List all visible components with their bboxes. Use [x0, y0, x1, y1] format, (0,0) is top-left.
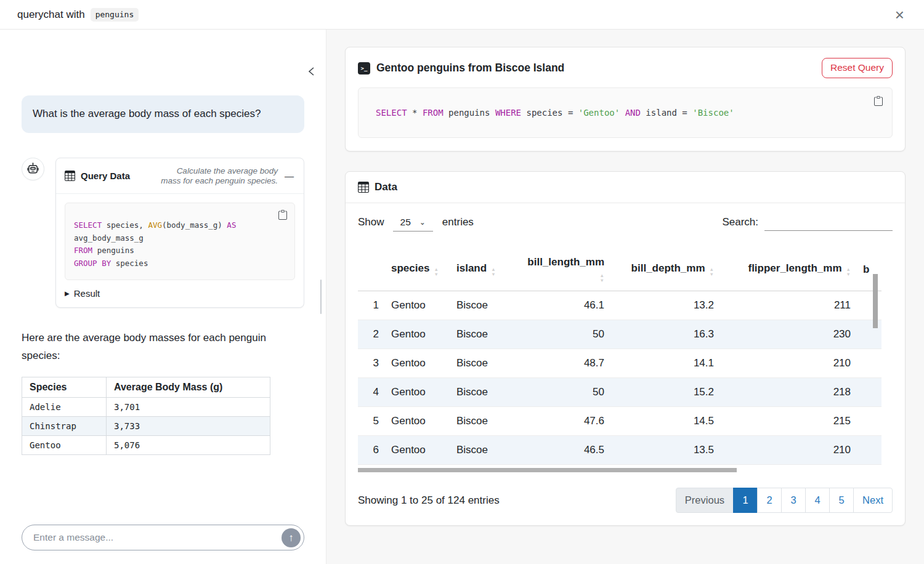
answer-table-body: Adelie3,701Chinstrap3,733Gentoo5,076 — [22, 398, 270, 455]
dataset-chip: penguins — [91, 8, 139, 22]
main-panel: >_ Gentoo penguins from Biscoe Island Re… — [326, 30, 924, 564]
page-previous[interactable]: Previous — [676, 488, 734, 513]
table-footer: Showing 1 to 25 of 124 entries Previous1… — [358, 488, 893, 513]
table-icon — [65, 171, 75, 181]
message-input[interactable] — [22, 525, 304, 550]
tool-card-header: Query Data Calculate the average body ma… — [56, 158, 304, 195]
data-card-title: Data — [375, 181, 397, 193]
data-table: species▲▼island▲▼bill_length_mm▲▼bill_de… — [358, 250, 881, 472]
sql-code: SELECT species, AVG(body_mass_g) AS avg_… — [74, 219, 286, 270]
table-row: 2GentooBiscoe5016.3230 — [358, 320, 881, 348]
tool-description: Calculate the average body mass for each… — [155, 166, 278, 186]
assistant-message: Query Data Calculate the average body ma… — [22, 158, 304, 308]
close-icon[interactable]: × — [893, 7, 907, 23]
data-card-header: Data — [346, 172, 905, 203]
page-1[interactable]: 1 — [733, 488, 758, 513]
page-3[interactable]: 3 — [781, 488, 806, 513]
clipboard-icon — [278, 210, 288, 220]
answer-table-row: Adelie3,701 — [22, 398, 270, 417]
chevron-left-icon — [307, 66, 316, 76]
arrow-up-icon: ↑ — [288, 533, 294, 543]
page-4[interactable]: 4 — [805, 488, 830, 513]
table-row: 5GentooBiscoe47.614.5215 — [358, 406, 881, 435]
answer-column-header: Average Body Mass (g) — [107, 377, 270, 398]
column-header-bill_depth_mm[interactable]: bill_depth_mm▲▼ — [610, 250, 720, 291]
chat-sidebar: What is the average body mass of each sp… — [0, 30, 326, 564]
search-label: Search: — [722, 216, 758, 228]
tool-card-title: Query Data — [81, 171, 130, 181]
horizontal-scrollbar[interactable] — [358, 468, 737, 472]
column-header-rownum — [358, 250, 385, 291]
sql-code-main: SELECT * FROM penguins WHERE species = '… — [376, 108, 734, 118]
column-header-bill_length_mm[interactable]: bill_length_mm▲▼ — [518, 250, 610, 291]
sql-code-block: SELECT species, AVG(body_mass_g) AS avg_… — [65, 203, 295, 280]
chat-messages: What is the average body mass of each sp… — [22, 30, 304, 516]
answer-text: Here are the average body masses for eac… — [22, 329, 304, 365]
vertical-scrollbar[interactable] — [873, 274, 878, 328]
result-expander[interactable]: ▶ Result — [65, 288, 295, 299]
page-size-select[interactable]: 25 ⌄ — [393, 216, 433, 232]
query-card: >_ Gentoo penguins from Biscoe Island Re… — [345, 47, 906, 151]
app-title: querychat with penguins — [17, 8, 139, 22]
table-icon — [358, 182, 369, 193]
search-input[interactable] — [764, 216, 893, 231]
minus-icon[interactable]: — — [283, 171, 295, 181]
table-row: 1GentooBiscoe46.113.2211 — [358, 291, 881, 320]
clipboard-icon — [873, 96, 883, 106]
answer-column-header: Species — [22, 377, 107, 398]
data-table-body: 1GentooBiscoe46.113.22112GentooBiscoe501… — [358, 291, 881, 472]
answer-table-row: Chinstrap3,733 — [22, 417, 270, 436]
robot-icon — [26, 162, 40, 176]
answer-table-row: Gentoo5,076 — [22, 436, 270, 455]
sql-code-block-main: SELECT * FROM penguins WHERE species = '… — [358, 87, 893, 138]
sort-icon: ▲▼ — [846, 267, 851, 277]
page-next[interactable]: Next — [853, 488, 893, 513]
app-title-text: querychat with — [17, 9, 85, 21]
column-header-island[interactable]: island▲▼ — [450, 250, 518, 291]
page-size-value: 25 — [400, 217, 411, 228]
table-info: Showing 1 to 25 of 124 entries — [358, 494, 500, 507]
bot-avatar — [22, 158, 44, 180]
chevron-down-icon: ⌄ — [419, 218, 426, 227]
answer-table: SpeciesAverage Body Mass (g) Adelie3,701… — [22, 377, 270, 455]
sort-icon: ▲▼ — [491, 267, 495, 277]
top-bar: querychat with penguins × — [0, 0, 924, 30]
copy-button[interactable] — [277, 209, 289, 223]
column-header-flipper_length_mm[interactable]: flipper_length_mm▲▼ — [720, 250, 857, 291]
query-title: Gentoo penguins from Biscoe Island — [376, 62, 564, 75]
data-table-head-row: species▲▼island▲▼bill_length_mm▲▼bill_de… — [358, 250, 881, 291]
column-header-b: b — [857, 250, 881, 291]
table-controls: Show 25 ⌄ entries Search: — [358, 216, 893, 232]
reset-query-button[interactable]: Reset Query — [822, 58, 893, 78]
chat-input-row: ↑ — [22, 516, 304, 550]
sort-icon: ▲▼ — [434, 267, 438, 277]
show-label: Show — [358, 216, 384, 228]
copy-button-main[interactable] — [872, 95, 885, 109]
sort-icon: ▲▼ — [600, 273, 604, 283]
pagination: Previous12345Next — [676, 488, 893, 513]
sort-icon: ▲▼ — [710, 267, 714, 277]
query-card-body: SELECT * FROM penguins WHERE species = '… — [346, 86, 905, 151]
data-card: Data Show 25 ⌄ entries Search: — [345, 171, 906, 526]
triangle-right-icon: ▶ — [65, 290, 70, 297]
tool-call-card: Query Data Calculate the average body ma… — [55, 158, 304, 308]
user-message: What is the average body mass of each sp… — [22, 95, 304, 133]
collapse-sidebar-button[interactable] — [307, 66, 316, 78]
column-header-species[interactable]: species▲▼ — [385, 250, 450, 291]
panel-resize-handle[interactable] — [320, 280, 322, 314]
table-row: 6GentooBiscoe46.513.5210 — [358, 435, 881, 464]
terminal-icon: >_ — [358, 62, 370, 75]
tool-card-body: SELECT species, AVG(body_mass_g) AS avg_… — [56, 194, 304, 307]
table-row: 3GentooBiscoe48.714.1210 — [358, 348, 881, 377]
result-label: Result — [74, 288, 100, 299]
search-group: Search: — [722, 216, 893, 231]
data-card-body: Show 25 ⌄ entries Search: species▲▼islan… — [346, 203, 905, 525]
answer-table-head-row: SpeciesAverage Body Mass (g) — [22, 377, 270, 398]
data-table-scroll-area[interactable]: species▲▼island▲▼bill_length_mm▲▼bill_de… — [358, 250, 893, 472]
page-5[interactable]: 5 — [829, 488, 854, 513]
send-button[interactable]: ↑ — [282, 528, 301, 547]
table-row: 4GentooBiscoe5015.2218 — [358, 377, 881, 406]
query-card-header: >_ Gentoo penguins from Biscoe Island Re… — [346, 47, 905, 86]
page-2[interactable]: 2 — [757, 488, 782, 513]
entries-label: entries — [442, 216, 474, 228]
